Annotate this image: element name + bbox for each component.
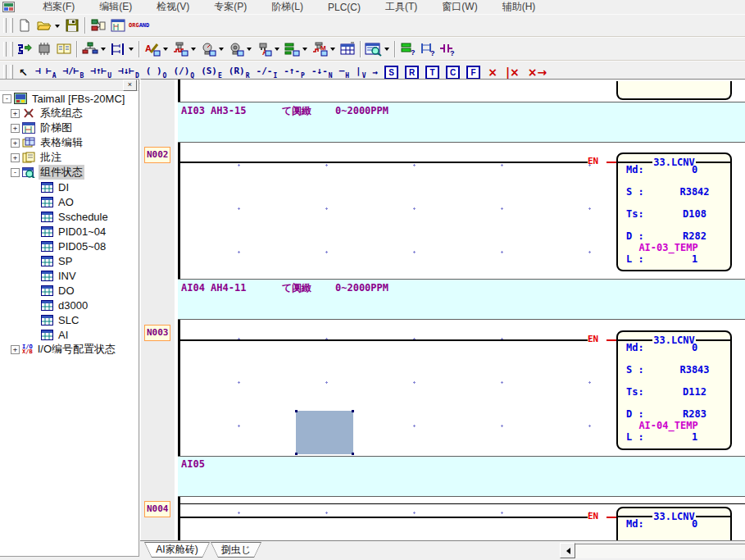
tree-item-do[interactable]: DO xyxy=(0,283,139,298)
tree-item-io-config-status[interactable]: + I/OX/B I/O编号配置状态 xyxy=(0,342,139,357)
tree-item-sschedule[interactable]: Sschedule xyxy=(0,209,139,224)
set-box-tool-icon[interactable]: S xyxy=(384,66,398,80)
tree-root[interactable]: - Taimall [FBs-20MC] xyxy=(0,91,139,106)
hscroll-track[interactable] xyxy=(575,544,745,558)
function-block-lcnv-3[interactable]: 33.LCNV Md:0 S :R3844 xyxy=(616,507,732,541)
coil-reset-tool-icon[interactable]: (R)R xyxy=(229,66,250,80)
tree-item-inv[interactable]: INV xyxy=(0,268,139,283)
meter-dropdown-icon[interactable] xyxy=(219,48,224,53)
menu-tools[interactable]: 工具(T) xyxy=(385,0,417,14)
tree-item-system-config[interactable]: + 系统组态 xyxy=(0,106,139,121)
menu-plc[interactable]: PLC(C) xyxy=(328,2,361,13)
network-view-dropdown-icon[interactable] xyxy=(129,48,134,53)
invert-tool-icon[interactable]: -/-I xyxy=(257,66,278,80)
menu-project[interactable]: 专案(P) xyxy=(214,0,247,14)
cpu-chip-icon[interactable] xyxy=(35,40,53,58)
toolbar-grip[interactable] xyxy=(3,18,7,33)
function-block-lcnv-2[interactable]: 33.LCNV Md:0 S :R3843 Ts:D112 D :R283 AI… xyxy=(616,330,732,450)
counter-box-tool-icon[interactable]: C xyxy=(446,66,460,80)
new-file-icon[interactable] xyxy=(16,16,34,34)
project-tree-icon[interactable] xyxy=(89,16,107,34)
tree-item-pid05-08[interactable]: PID05~08 xyxy=(0,239,139,253)
toolbar-grip[interactable] xyxy=(3,42,7,57)
expand-icon[interactable]: + xyxy=(11,345,20,354)
tree-item-d3000[interactable]: d3000 xyxy=(0,298,139,312)
probe-icon[interactable]: A xyxy=(255,40,273,58)
tree-item-di[interactable]: DI xyxy=(0,180,139,194)
ladder-window-icon[interactable] xyxy=(109,16,127,34)
tree-item-slc[interactable]: SLC xyxy=(0,312,139,327)
delete-element-icon[interactable]: × xyxy=(488,66,497,79)
menu-edit[interactable]: 编辑(E) xyxy=(99,0,132,14)
close-icon[interactable]: × xyxy=(123,80,137,91)
expand-icon[interactable]: - xyxy=(2,94,11,103)
save-icon[interactable] xyxy=(63,16,81,34)
ladder-help-icon[interactable]: ? xyxy=(419,40,437,58)
register-stamp-dropdown-icon[interactable] xyxy=(330,48,335,53)
reset-box-tool-icon[interactable]: R xyxy=(405,66,419,80)
signal-stamp-dropdown-icon[interactable] xyxy=(191,48,196,53)
tab-ai[interactable]: AI家舱砖) xyxy=(144,542,210,558)
tree-item-comments[interactable]: + 批注 xyxy=(0,150,139,165)
function-block-lcnv-1[interactable]: 33.LCNV Md:0 S :R3842 Ts:D108 D :R282 AI… xyxy=(616,153,732,271)
toolbar-grip[interactable] xyxy=(10,65,13,80)
contact-down-tool-icon[interactable]: ⊣↓⊢D xyxy=(118,66,139,80)
tree-item-sp[interactable]: SP xyxy=(0,253,139,268)
network-label-n002[interactable]: N002 xyxy=(144,147,170,163)
hscroll-left-button[interactable] xyxy=(560,543,575,558)
toolbar-grip[interactable] xyxy=(10,18,13,33)
coil-set-tool-icon[interactable]: (S)E xyxy=(201,66,222,80)
register-stamp-icon[interactable]: M xyxy=(311,40,329,58)
function-block-partial-top[interactable] xyxy=(616,81,732,100)
delete-column-icon[interactable]: |× xyxy=(506,66,520,79)
menu-help[interactable]: 辅助(H) xyxy=(502,0,536,14)
network-label-n003[interactable]: N003 xyxy=(144,325,170,341)
selection-cursor[interactable] xyxy=(296,411,353,454)
function-box-tool-icon[interactable]: F xyxy=(466,66,480,80)
menu-window[interactable]: 窗口(W) xyxy=(442,0,477,14)
expand-icon[interactable]: - xyxy=(11,168,20,177)
ladder-canvas[interactable]: AI03 AH3-15 て阒緻 0~2000PPM EN 33.LCNV Md:… xyxy=(175,79,745,541)
vline-tool-icon[interactable]: |V xyxy=(356,66,366,80)
toolbar-grip[interactable] xyxy=(10,42,13,57)
comment-row-ai03[interactable]: AI03 AH3-15 て阒緻 0~2000PPM xyxy=(178,102,745,143)
monitor-search-icon[interactable] xyxy=(365,40,383,58)
gauge-dropdown-icon[interactable] xyxy=(247,48,252,53)
meter-icon[interactable] xyxy=(199,40,217,58)
tree-item-ai[interactable]: AI xyxy=(0,327,139,342)
status-help-icon[interactable]: ? xyxy=(399,40,417,58)
delete-row-icon[interactable]: ×→ xyxy=(528,66,547,79)
org-and-icon[interactable]: ORG AND xyxy=(129,16,149,34)
tree-item-table-edit[interactable]: + 表格编辑 xyxy=(0,135,139,150)
edit-text-dropdown-icon[interactable] xyxy=(163,48,168,53)
address-book-icon[interactable] xyxy=(55,40,73,58)
tab-debug[interactable]: 捌虫じ xyxy=(211,542,261,558)
contact-a-tool-icon[interactable]: ⊣ ⊢A xyxy=(35,66,57,80)
comment-row-ai04[interactable]: AI04 AH4-11 て阒緻 0~2000PPM xyxy=(178,279,745,320)
probe-dropdown-icon[interactable] xyxy=(275,48,279,53)
gauge-icon[interactable] xyxy=(227,40,245,58)
coil-out-tool-icon[interactable]: ( )O xyxy=(146,66,167,80)
signal-stamp-icon[interactable] xyxy=(171,40,189,58)
expand-icon[interactable]: + xyxy=(11,139,20,148)
falling-edge-tool-icon[interactable]: -↓-N xyxy=(311,66,333,80)
toolbar-grip[interactable] xyxy=(3,65,7,80)
tree-item-ladder-diagram[interactable]: + 阶梯图 xyxy=(0,121,139,135)
timer-box-tool-icon[interactable]: T xyxy=(425,66,439,80)
arrow-tool-icon[interactable]: → xyxy=(373,67,379,78)
tree-item-pid01-04[interactable]: PID01~04 xyxy=(0,224,139,239)
tree-item-component-status[interactable]: - 组件状态 xyxy=(0,165,139,180)
expand-icon[interactable]: + xyxy=(11,153,20,162)
contact-help-icon[interactable]: ? xyxy=(438,40,457,58)
contact-up-tool-icon[interactable]: ⊣↑⊢U xyxy=(90,66,111,80)
monitor-search-dropdown-icon[interactable] xyxy=(384,48,389,53)
table-window-icon[interactable] xyxy=(338,40,357,58)
status-list-dropdown-icon[interactable] xyxy=(302,48,307,53)
rising-edge-tool-icon[interactable]: -↑-P xyxy=(284,66,305,80)
expand-icon[interactable]: + xyxy=(11,109,20,118)
open-file-icon[interactable] xyxy=(35,16,53,34)
menu-view[interactable]: 检视(V) xyxy=(157,0,189,14)
expand-icon[interactable]: + xyxy=(11,124,20,133)
open-dropdown-icon[interactable] xyxy=(55,25,60,30)
project-org-dropdown-icon[interactable] xyxy=(101,48,106,53)
